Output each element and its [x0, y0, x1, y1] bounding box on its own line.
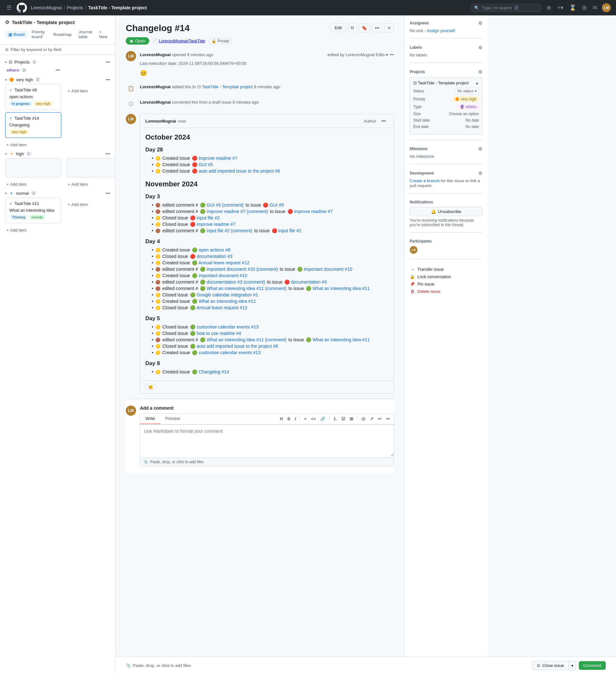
mention-btn[interactable]: @	[360, 416, 367, 422]
copy-icon[interactable]: ⧉	[348, 23, 357, 32]
delete-issue-action[interactable]: 🗑 Delete issue	[410, 288, 483, 295]
tab-journal-table[interactable]: Journal table	[75, 28, 96, 40]
code-btn[interactable]: <>	[309, 416, 317, 422]
add-item-normal-1[interactable]: + Add item	[5, 226, 61, 234]
group-high-row[interactable]: ▾ 🔸 high 1 •••	[3, 149, 113, 158]
filter-bar[interactable]: ⊜ Filter by keyword or by field	[0, 44, 115, 55]
group-high: ▾ 🔸 high 1 ••• + Add item	[3, 149, 113, 189]
card-changelog[interactable]: ✓ TaskTide #14 Changelog very high	[5, 112, 61, 138]
pin-issue-action[interactable]: 📌 Pin issue	[410, 280, 483, 288]
group-projects-row[interactable]: ▾ ⊙ Projects 1 •••	[3, 58, 113, 67]
user-avatar[interactable]: LM	[602, 3, 611, 12]
list-item: 🟡 Created issue 🟢 What an interesting id…	[152, 299, 389, 304]
add-item-very-high-2[interactable]: + Add item	[67, 87, 115, 95]
ordered-list-btn[interactable]: 1.	[332, 416, 338, 422]
left-panel-header: ⊙ TaskTide - Template project ▦ Board Pr…	[0, 15, 115, 44]
close-issue-button[interactable]: ⊙ Close issue	[532, 661, 569, 670]
breadcrumb-user[interactable]: LorenzoMugnai	[31, 5, 62, 10]
card-open-actions[interactable]: ✓ TaskTide #8 open actions In progress v…	[5, 84, 61, 110]
more-icon[interactable]: •••	[372, 23, 383, 32]
group-very-high-label: very high	[16, 77, 33, 82]
undo-btn[interactable]: ↩	[376, 416, 383, 422]
labels-section: Labels ⚙ No labels	[410, 45, 483, 63]
lock-conversation-action[interactable]: 🔒 Lock conversation	[410, 273, 483, 280]
status-select[interactable]: No status ▾	[455, 88, 479, 94]
group-projects-more-icon[interactable]: •••	[106, 60, 110, 65]
plus-icon[interactable]: +▾	[556, 3, 564, 12]
others-more-icon[interactable]: •••	[56, 68, 60, 73]
unsubscribe-button[interactable]: 🔔 Unsubscribe	[410, 207, 483, 216]
list-item: 🟤 edited comment #🟢 documentation #3 (co…	[152, 279, 389, 285]
normal-columns: ✓ TaskTide #11 What an interesting idea …	[3, 198, 113, 234]
participant-avatar-1[interactable]: LM	[410, 246, 417, 254]
inbox-icon[interactable]: ✉	[591, 3, 599, 12]
github-logo[interactable]	[17, 3, 27, 13]
italic-btn[interactable]: I	[293, 416, 298, 422]
grid-icon[interactable]: ⊞	[581, 3, 588, 12]
list-item: 🟤 edited comment #🟢 GUI #5 (comment) to …	[152, 202, 389, 208]
group-normal-row[interactable]: ▾ 🔹 normal 2 •••	[3, 189, 113, 198]
plus-icon-1: +	[6, 142, 9, 147]
preview-tab[interactable]: Preview	[160, 414, 185, 424]
project-icon: ⊙	[5, 19, 9, 25]
add-item-normal-2[interactable]: + Add item	[67, 200, 115, 209]
day-5-list: 🟡 Closed issue 🟢 customise calendar even…	[145, 324, 389, 355]
notification-text: You're receiving notifications because y…	[410, 218, 483, 227]
add-item-high-2[interactable]: + Add item	[67, 180, 115, 189]
author-avatar-1: LM	[126, 51, 136, 61]
ref-btn[interactable]: ↗	[368, 416, 375, 422]
card-interesting-badges: Thinking normal	[9, 215, 57, 220]
link-btn[interactable]: 🔗	[319, 416, 327, 422]
write-tab[interactable]: Write	[140, 414, 160, 424]
tab-new[interactable]: + New	[97, 28, 110, 40]
projects-section: Projects ⚙ ⊡ TaskTide - Template project…	[410, 69, 483, 140]
others-count: 2	[21, 68, 27, 73]
projects-gear-icon[interactable]: ⚙	[478, 69, 483, 75]
assignees-gear-icon[interactable]: ⚙	[478, 20, 483, 26]
edit-button[interactable]: Edit	[330, 23, 346, 32]
project-collapse-icon[interactable]: ▲	[475, 81, 479, 85]
type-emoji: 🔮	[460, 105, 465, 109]
list-item: 🟡 Created issue 🟢 important document #10	[152, 273, 389, 278]
list-item: 🟡 Closed issue 🔴 input file #2	[152, 215, 389, 220]
transfer-issue-action[interactable]: → Transfer issue	[410, 266, 483, 273]
close-issue-dropdown-icon[interactable]: ▾	[569, 661, 576, 670]
high-columns: + Add item + Add item	[3, 158, 113, 189]
assignees-section: Assignees ⚙ No one - Assign yourself	[410, 20, 483, 38]
add-reaction-button[interactable]: 😊	[145, 384, 156, 391]
search-bar[interactable]: 🔍 Type / to search /	[471, 4, 541, 12]
add-item-high-1[interactable]: + Add item	[5, 180, 61, 189]
group-normal-more-icon[interactable]: •••	[106, 191, 110, 196]
breadcrumb-projects[interactable]: Projects	[67, 5, 83, 10]
close-icon[interactable]: ✕	[384, 23, 394, 32]
group-high-more-icon[interactable]: •••	[106, 151, 110, 156]
tab-board[interactable]: ▦ Board	[5, 31, 28, 38]
comment-textarea[interactable]	[140, 424, 394, 456]
list-item: 🟤 edited comment #🟢 What an interesting …	[152, 286, 389, 291]
group-very-high-more-icon[interactable]: •••	[106, 77, 110, 82]
notifications-icon[interactable]: ⊕	[545, 3, 552, 12]
attach-text[interactable]: 📎 Paste, drop, or click to add files	[126, 663, 191, 668]
development-gear-icon[interactable]: ⚙	[478, 171, 483, 176]
task-list-btn[interactable]: ☑	[340, 416, 347, 422]
comment-more-icon-1[interactable]: •••	[379, 117, 389, 125]
labels-gear-icon[interactable]: ⚙	[478, 45, 483, 50]
bookmark-icon[interactable]: 🔖	[359, 23, 370, 32]
bold-btn[interactable]: B	[286, 416, 292, 422]
editor-footer-bar[interactable]: 📎 Paste, drop, or click to add files	[140, 457, 394, 466]
group-very-high-row[interactable]: ▾ 🔶 very high 2 •••	[3, 75, 113, 84]
tab-priority-board[interactable]: Priority board	[28, 28, 50, 40]
comment-button[interactable]: Comment	[579, 661, 606, 670]
table-btn[interactable]: ⊞	[348, 416, 355, 422]
repo-link[interactable]: 📄 LorenzoMugnai/TaskTide	[152, 38, 205, 43]
list-btn[interactable]: ≡	[303, 416, 308, 422]
tab-roadmap[interactable]: Roadmap	[50, 31, 75, 38]
add-item-very-high-1[interactable]: + Add item	[5, 140, 61, 149]
card-interesting-idea[interactable]: ✓ TaskTide #11 What an interesting idea …	[5, 198, 61, 223]
timer-icon[interactable]: ⌛	[568, 3, 578, 12]
milestone-gear-icon[interactable]: ⚙	[478, 146, 483, 151]
heading-btn[interactable]: H	[278, 416, 284, 422]
redo-btn[interactable]: ↪	[384, 416, 391, 422]
hamburger-icon[interactable]: ☰	[5, 3, 13, 12]
group-normal-count: 2	[31, 191, 36, 195]
